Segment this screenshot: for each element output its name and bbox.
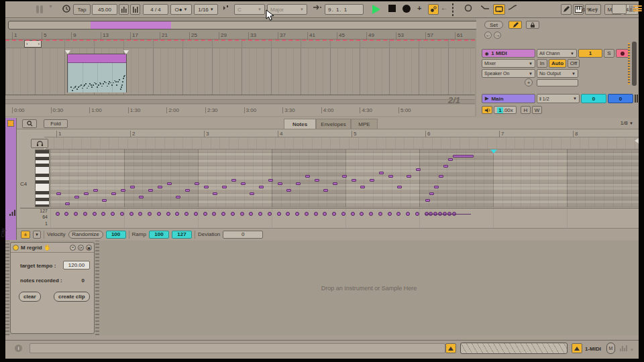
velocity-marker[interactable] — [258, 212, 262, 216]
midi-note[interactable] — [185, 189, 190, 192]
device-title-bar[interactable]: M regrid 🖐 = ⟳ ▣ — [11, 243, 94, 253]
device-map-button[interactable]: = — [70, 245, 76, 251]
arrangement-beat-ruler[interactable]: 15913172125293337414549535761 — [5, 31, 475, 40]
midi-note[interactable] — [360, 186, 365, 188]
mixer-device-menu[interactable]: Mixer▼ — [482, 59, 535, 68]
midi-note[interactable] — [388, 175, 393, 178]
nudge-down-icon[interactable] — [119, 4, 129, 15]
automation-mode-button[interactable] — [480, 4, 491, 15]
clip-activator-toggle[interactable] — [7, 120, 14, 127]
preview-headphone-button[interactable] — [31, 139, 48, 148]
device-drop-zone[interactable]: Drop an Instrument or Sample Here — [99, 241, 639, 335]
velocity-marker[interactable] — [175, 212, 179, 216]
arm-button[interactable] — [616, 49, 629, 58]
velocity-marker[interactable] — [194, 212, 198, 216]
play-button[interactable] — [371, 4, 383, 15]
audio-output-menu[interactable]: No Output▼ — [537, 69, 578, 78]
velocity-marker[interactable] — [120, 212, 124, 216]
clip-beat-ruler[interactable]: 12345678 — [44, 129, 639, 137]
velocity-marker[interactable] — [212, 212, 216, 216]
time-signature-field[interactable]: 4 / 4 — [143, 4, 168, 15]
randomize-button[interactable]: Randomize — [68, 231, 103, 239]
tab-notes[interactable]: Notes — [284, 119, 316, 129]
width-zoom-button[interactable]: W — [532, 106, 542, 114]
velocity-marker[interactable] — [396, 212, 400, 216]
fold-button[interactable]: Fold — [44, 119, 68, 128]
speaker-menu[interactable]: Speaker On▼ — [482, 69, 535, 78]
midi-note[interactable] — [250, 192, 254, 195]
clip-view-side-strip[interactable]: Clip — [5, 118, 17, 240]
device-edit-button[interactable]: ⟳ — [78, 245, 84, 251]
midi-note[interactable] — [342, 175, 347, 178]
draw-mode-button[interactable] — [561, 4, 572, 15]
midi-note[interactable] — [278, 182, 282, 185]
arrangement-track-lane[interactable] — [5, 48, 475, 95]
punch-region-icon[interactable] — [452, 4, 462, 15]
lock-envelopes-button[interactable] — [526, 21, 539, 29]
device-on-toggle[interactable] — [13, 245, 19, 251]
piano-key[interactable] — [36, 204, 49, 207]
midi-note[interactable] — [286, 189, 291, 192]
randomize-amount-field[interactable]: 100 — [106, 231, 126, 239]
tab-envelopes[interactable]: Envelopes — [316, 119, 351, 129]
record-button[interactable] — [402, 4, 411, 15]
preview-speaker-button[interactable] — [482, 106, 492, 114]
velocity-marker[interactable] — [378, 212, 382, 216]
midi-note[interactable] — [296, 182, 301, 185]
loop-button[interactable] — [493, 4, 505, 15]
show-midi-echo-toggle[interactable] — [445, 343, 456, 353]
stop-button[interactable] — [388, 4, 397, 15]
arrangement-time-ruler[interactable]: 0:000:301:001:302:002:303:003:304:004:30… — [5, 105, 475, 116]
velocity-marker[interactable] — [369, 212, 373, 216]
velocity-marker[interactable] — [415, 212, 419, 216]
tempo-field[interactable]: 45.00 — [92, 4, 117, 15]
midi-note[interactable] — [195, 182, 199, 185]
midi-note[interactable] — [176, 196, 180, 198]
nudge-up-icon[interactable] — [130, 4, 140, 15]
velocity-lane[interactable] — [50, 208, 639, 228]
link-icon[interactable] — [36, 4, 46, 15]
lane-add-button[interactable]: ± — [21, 231, 30, 239]
midi-note[interactable] — [84, 192, 89, 195]
main-volume-slider[interactable]: 0 — [608, 94, 633, 103]
quantize-grid-menu[interactable]: 1/16▼ — [194, 4, 218, 15]
midi-note[interactable] — [111, 192, 116, 195]
midi-note[interactable] — [315, 179, 319, 182]
midi-note[interactable] — [443, 165, 448, 168]
velocity-marker[interactable] — [56, 212, 60, 216]
piano-roll[interactable] — [50, 149, 639, 207]
midi-note[interactable] — [56, 192, 61, 195]
midi-input-menu[interactable]: All Chann▼ — [537, 49, 577, 58]
loop-marker-lanes[interactable] — [44, 137, 639, 149]
midi-note[interactable] — [167, 182, 172, 185]
velocity-marker[interactable] — [74, 212, 78, 216]
midi-note[interactable] — [434, 186, 439, 188]
solo-button[interactable]: S — [604, 49, 614, 58]
next-marker-button[interactable]: → — [494, 32, 501, 39]
velocity-marker[interactable] — [286, 212, 290, 216]
midi-note[interactable] — [379, 172, 384, 174]
midi-note[interactable] — [305, 175, 310, 178]
clear-button[interactable]: clear — [19, 292, 41, 302]
tempo-follower-icon[interactable] — [62, 4, 71, 15]
follow-icon[interactable] — [222, 4, 231, 15]
groove-amount-menu[interactable]: O●▼ — [170, 4, 192, 15]
monitor-off-button[interactable]: Off — [568, 59, 580, 68]
midi-note[interactable] — [333, 182, 337, 185]
velocity-marker[interactable] — [240, 212, 244, 216]
midi-note[interactable] — [370, 179, 374, 182]
midi-note[interactable] — [439, 175, 443, 178]
midi-note[interactable] — [448, 158, 453, 161]
menu-hamburger-icon[interactable] — [633, 5, 642, 11]
insert-marker[interactable] — [490, 149, 497, 154]
velocity-marker[interactable] — [406, 212, 410, 216]
grid-value-menu[interactable]: 1/8 ▼ — [621, 120, 633, 126]
overdub-button[interactable] — [428, 4, 439, 15]
velocity-marker[interactable] — [129, 212, 133, 216]
key-root-menu[interactable]: C▼ — [234, 4, 265, 15]
main-grid-menu[interactable]: ‖ 1/2▼ — [537, 94, 580, 103]
velocity-marker[interactable] — [148, 212, 152, 216]
midi-note[interactable] — [204, 186, 209, 188]
midi-note[interactable] — [268, 179, 273, 182]
midi-note[interactable] — [74, 196, 79, 198]
